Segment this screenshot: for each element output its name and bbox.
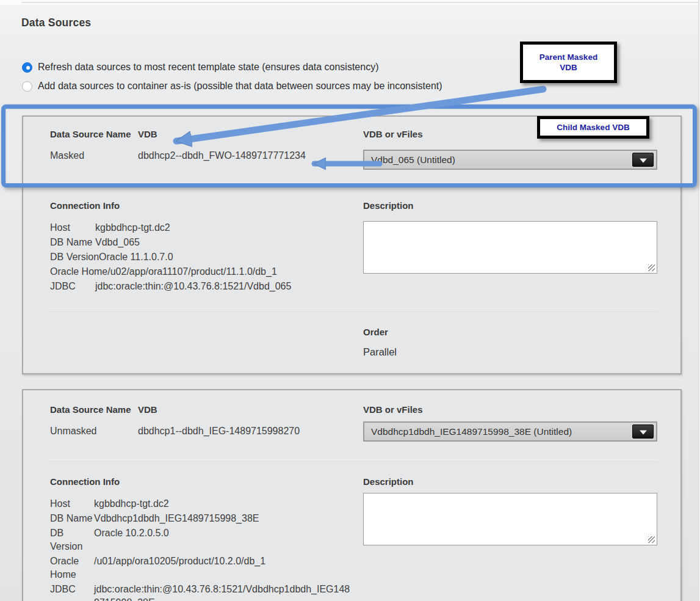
add-as-is-option-row[interactable]: Add data sources to container as-is (pos… <box>22 79 442 93</box>
connection-row-value: kgbbdhcp-tgt.dc2 <box>95 221 347 235</box>
connection-info-title: Connection Info <box>50 476 120 487</box>
connection-row-value: jdbc:oracle:thin:@10.43.76.8:1521/Vdbd_0… <box>95 280 347 293</box>
description-textarea[interactable] <box>363 221 657 274</box>
connection-row-value: Oracle 11.1.0.7.0 <box>99 250 350 264</box>
connection-info-rows: Host kgbbdhcp-tgt.dc2 DB Name Vdbd_065 D… <box>50 221 359 294</box>
vdb-select-button[interactable] <box>632 424 654 439</box>
vdb-select[interactable]: Vdbdhcp1dbdh_IEG1489715998_38E (Untitled… <box>363 421 657 442</box>
connection-row-label: DB Name <box>50 236 95 249</box>
parent-masked-vdb-callout: Parent Masked VDB <box>520 42 617 83</box>
description-label: Description <box>363 476 414 487</box>
connection-row-label: Oracle Home <box>50 265 107 279</box>
connection-row-label: DB Version <box>50 526 94 553</box>
connection-row-db-name: DB Name Vdbd_065 <box>50 236 359 249</box>
panel-divider <box>49 183 657 183</box>
connection-row-jdbc: JDBC jdbc:oracle:thin:@10.43.76.8:1521/V… <box>50 280 359 293</box>
masked-data-source-panel: Data Source Name VDB Masked dbdhcp2--dbd… <box>22 115 682 374</box>
connection-row-jdbc: JDBC jdbc:oracle:thin:@10.43.76.8:1521/V… <box>50 583 350 601</box>
connection-info-title: Connection Info <box>50 200 120 211</box>
connection-row-db-version: DB Version Oracle 10.2.0.5.0 <box>50 526 350 553</box>
radio-selected-icon[interactable] <box>22 62 32 73</box>
description-label: Description <box>363 200 414 211</box>
connection-row-db-name: DB Name Vdbdhcp1dbdh_IEG1489715998_38E <box>50 512 350 525</box>
child-masked-vdb-callout: Child Masked VDB <box>537 116 649 139</box>
panel-divider <box>49 459 657 460</box>
column-header-vdb-or-vfiles: VDB or vFiles <box>363 129 423 139</box>
vdb-select-value: Vdbdhcp1dbdh_IEG1489715998_38E (Untitled… <box>371 423 572 440</box>
vdb-select-value: Vdbd_065 (Untitled) <box>371 151 455 169</box>
add-as-is-option-label[interactable]: Add data sources to container as-is (pos… <box>38 81 442 92</box>
description-textarea[interactable] <box>363 493 657 545</box>
connection-row-value: jdbc:oracle:thin:@10.43.76.8:1521/Vdbdhc… <box>94 583 350 601</box>
radio-unselected-icon[interactable] <box>22 81 32 92</box>
connection-row-label: JDBC <box>50 583 94 601</box>
connection-row-db-version: DB Version Oracle 11.1.0.7.0 <box>50 250 359 264</box>
refresh-option-row[interactable]: Refresh data sources to most recent temp… <box>22 60 379 74</box>
unmasked-data-source-panel: Data Source Name VDB Unmasked dbdhcp1--d… <box>22 389 682 601</box>
connection-row-value: Vdbd_065 <box>95 236 347 249</box>
vdb-select[interactable]: Vdbd_065 (Untitled) <box>363 150 657 170</box>
chevron-down-icon <box>640 158 647 162</box>
column-header-vdb-or-vfiles: VDB or vFiles <box>363 404 423 415</box>
connection-info-rows: Host kgbbdhcp-tgt.dc2 DB Name Vdbdhcp1db… <box>50 497 350 601</box>
column-header-vdb: VDB <box>138 129 157 139</box>
connection-row-label: JDBC <box>50 280 95 293</box>
connection-row-value: /u01/app/ora10205/product/10.2.0/db_1 <box>94 555 345 581</box>
column-header-vdb: VDB <box>138 404 157 415</box>
panel-divider <box>49 308 657 309</box>
vdb-value: dbdhcp2--dbdh_FWO-1489717771234 <box>138 150 306 161</box>
column-header-name: Data Source Name <box>50 129 131 139</box>
top-divider-line <box>21 2 700 3</box>
connection-row-oracle-home: Oracle Home /u01/app/ora10205/product/10… <box>50 555 350 581</box>
data-sources-page: Data Sources Refresh data sources to mos… <box>0 0 700 601</box>
vdb-value: dbdhcp1--dbdh_IEG-1489715998270 <box>138 426 300 437</box>
connection-row-label: DB Version <box>50 250 99 264</box>
connection-row-value: kgbbdhcp-tgt.dc2 <box>94 497 345 511</box>
page-title: Data Sources <box>21 16 91 29</box>
vdb-select-button[interactable] <box>632 153 654 167</box>
connection-row-host: Host kgbbdhcp-tgt.dc2 <box>50 221 359 235</box>
connection-row-host: Host kgbbdhcp-tgt.dc2 <box>50 497 350 511</box>
data-source-name-value: Unmasked <box>50 426 96 437</box>
order-label: Order <box>363 327 388 337</box>
order-value: Parallel <box>363 346 397 358</box>
connection-row-value: Oracle 10.2.0.5.0 <box>94 526 345 553</box>
connection-row-value: Vdbdhcp1dbdh_IEG1489715998_38E <box>94 512 345 525</box>
column-header-name: Data Source Name <box>50 404 131 415</box>
connection-row-value: /u02/app/ora11107/product/11.1.0/db_1 <box>107 265 359 279</box>
parent-masked-vdb-callout-label: Parent Masked VDB <box>534 52 603 73</box>
data-source-name-value: Masked <box>50 150 84 161</box>
connection-row-label: DB Name <box>50 512 94 525</box>
refresh-option-label[interactable]: Refresh data sources to most recent temp… <box>38 62 379 73</box>
connection-row-label: Host <box>50 221 95 235</box>
connection-row-oracle-home: Oracle Home /u02/app/ora11107/product/11… <box>50 265 359 279</box>
connection-row-label: Oracle Home <box>50 555 94 581</box>
child-masked-vdb-callout-label: Child Masked VDB <box>557 122 629 133</box>
chevron-down-icon <box>640 430 647 434</box>
connection-row-label: Host <box>50 497 94 511</box>
